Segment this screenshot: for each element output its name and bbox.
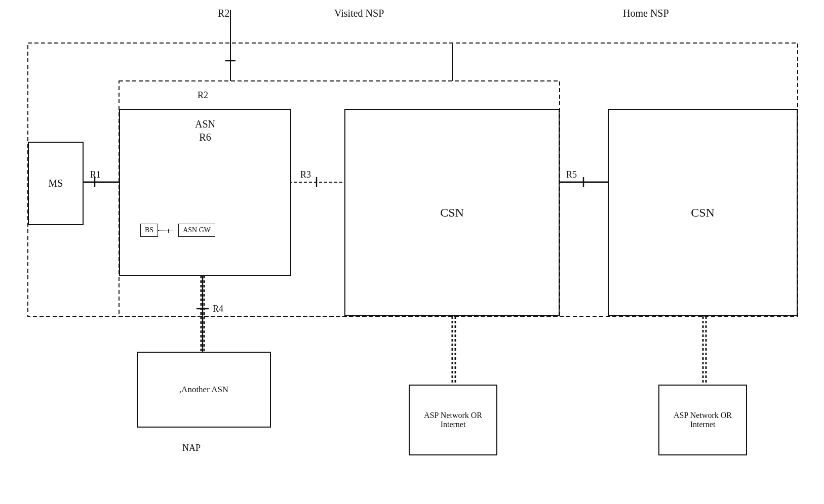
asp-network-1-label: ASP Network OR Internet — [424, 411, 482, 429]
diagram-container: R2 Visited NSP Home NSP R2 MS R1 ASN R6 … — [0, 0, 824, 504]
r6-label: R6 — [199, 131, 211, 144]
r2-top-label: R2 — [218, 8, 229, 19]
home-csn-box: CSN — [608, 109, 798, 316]
visited-csn-label: CSN — [440, 206, 464, 220]
nap-label: NAP — [182, 443, 201, 453]
ms-box: MS — [28, 142, 84, 225]
asp-network-2-label: ASP Network OR Internet — [674, 411, 732, 429]
visited-csn-box: CSN — [344, 109, 560, 316]
r5-label: R5 — [566, 170, 577, 180]
asp-network-1-box: ASP Network OR Internet — [409, 385, 497, 455]
asn-label: ASN — [195, 117, 215, 131]
bs-label: BS — [145, 226, 153, 234]
asn-gw-label: ASN GW — [183, 226, 211, 234]
another-asn-label: ,Another ASN — [179, 385, 228, 395]
ms-label: MS — [49, 178, 63, 189]
home-csn-label: CSN — [691, 206, 715, 220]
r2-middle-label: R2 — [198, 90, 208, 101]
asn-box: ASN R6 BS ASN GW — [119, 109, 291, 276]
bs-box: BS — [140, 224, 158, 237]
visited-nsp-label: Visited NSP — [334, 8, 384, 19]
r1-label: R1 — [90, 170, 101, 180]
home-nsp-label: Home NSP — [623, 8, 669, 19]
r3-label: R3 — [300, 170, 311, 180]
asn-gw-box: ASN GW — [178, 224, 215, 237]
another-asn-box: ,Another ASN — [137, 352, 271, 428]
r4-label: R4 — [213, 304, 223, 314]
asp-network-2-box: ASP Network OR Internet — [658, 385, 747, 455]
